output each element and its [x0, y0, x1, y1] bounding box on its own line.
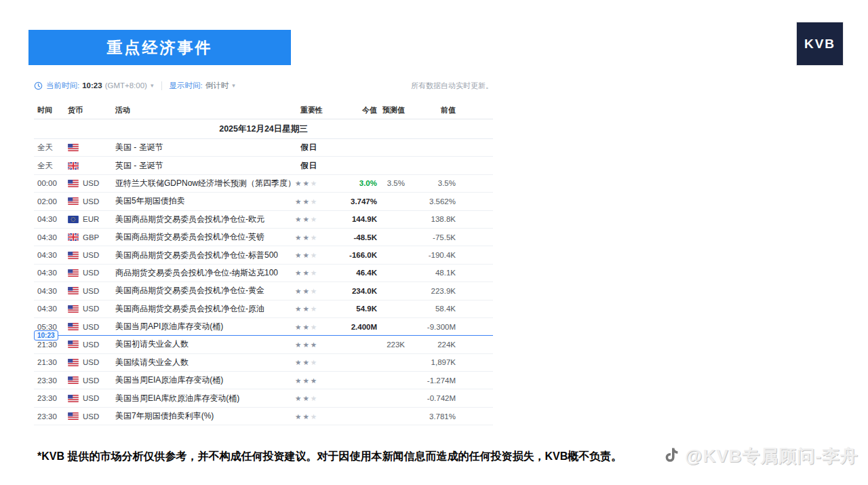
- event-activity-text: 美国当周EIA原油库存变动(桶): [115, 375, 223, 385]
- currency-code: USD: [83, 269, 115, 277]
- event-activity-text: 英国 - 圣诞节: [115, 161, 163, 170]
- actual-value: 144.9K: [342, 215, 377, 223]
- star-filled-icon: ★: [302, 287, 310, 295]
- date-header-row: 2025年12月24日星期三: [34, 119, 493, 139]
- flag-us-icon: [68, 359, 83, 366]
- event-activity: 美国5年期国债拍卖: [115, 195, 295, 207]
- previous-value: 3.562%: [405, 197, 456, 206]
- table-row[interactable]: 04:30 USD 美国商品期货交易委员会投机净仓位-标普500 ★★★ -16…: [34, 246, 493, 264]
- importance-stars: ★★★: [295, 233, 342, 241]
- table-row[interactable]: 05:30 USD 美国当周API原油库存变动(桶) ★★★ 2.400M -9…: [34, 318, 493, 336]
- table-row[interactable]: 04:30 USD 美国商品期货交易委员会投机净仓位-黄金 ★★★ 234.0K…: [34, 282, 493, 300]
- table-row[interactable]: 04:30 USD 美国商品期货交易委员会投机净仓位-原油 ★★★ 54.9K …: [34, 300, 493, 318]
- star-filled-icon: ★: [302, 394, 310, 402]
- flag-eu-icon: [68, 216, 83, 223]
- event-time: 全天: [34, 161, 68, 171]
- display-time-value: 倒计时: [205, 81, 229, 91]
- event-activity: 美国商品期货交易委员会投机净仓位-欧元: [115, 214, 295, 225]
- event-activity: 亚特兰大联储GDPNow经济增长预测（第四季度）P: [115, 178, 295, 189]
- event-activity-text: 美国初请失业金人数: [115, 339, 189, 349]
- event-activity: 美国商品期货交易委员会投机净仓位-原油: [115, 303, 295, 315]
- star-filled-icon: ★: [295, 358, 302, 366]
- previous-value: -75.5K: [405, 233, 456, 241]
- importance-stars: ★★★: [295, 376, 342, 385]
- previous-value: 223.9K: [405, 287, 456, 295]
- currency-code: USD: [83, 323, 115, 331]
- table-row[interactable]: 全天 英国 - 圣诞节 假日: [34, 157, 493, 174]
- importance-stars: ★★★: [295, 341, 342, 349]
- star-filled-icon: ★: [302, 215, 310, 223]
- event-time: 04:30: [34, 233, 68, 241]
- event-activity: 商品期货交易委员会投机净仓位-纳斯达克100: [115, 267, 295, 279]
- previous-value: -1.274M: [405, 376, 456, 385]
- star-filled-icon: ★: [302, 323, 310, 331]
- table-row[interactable]: 04:30 GBP 美国商品期货交易委员会投机净仓位-英镑 ★★★ -48.5K…: [34, 229, 493, 246]
- economic-calendar-page: 重点经济事件 KVB 当前时间: 10:23 (GMT+8:00) ▾ 显示时间…: [0, 0, 868, 485]
- auto-update-note: 所有数据自动实时更新。: [411, 81, 493, 91]
- star-filled-icon: ★: [302, 179, 310, 187]
- display-time-chevron-down-icon[interactable]: ▾: [232, 82, 235, 89]
- event-activity-text: 美国7年期国债拍卖利率(%): [115, 411, 214, 421]
- table-row[interactable]: 04:30 USD 商品期货交易委员会投机净仓位-纳斯达克100 ★★★ 46.…: [34, 265, 493, 282]
- importance-stars: 假日: [295, 161, 342, 171]
- calendar-toolbar: 当前时间: 10:23 (GMT+8:00) ▾ 显示时间: 倒计时 ▾ 所有数…: [34, 79, 493, 92]
- event-activity-text: 美国商品期货交易委员会投机净仓位-原油: [115, 304, 264, 313]
- table-row[interactable]: 04:30 EUR 美国商品期货交易委员会投机净仓位-欧元 ★★★ 144.9K…: [34, 211, 493, 229]
- event-activity: 美国初请失业金人数: [115, 338, 295, 350]
- star-empty-icon: ★: [311, 179, 318, 187]
- table-header-row: 时间 货币 活动 重要性 今值 预测值 前值: [34, 101, 493, 119]
- page-title: 重点经济事件: [107, 37, 213, 58]
- star-filled-icon: ★: [302, 269, 310, 277]
- star-empty-icon: ★: [311, 197, 318, 206]
- importance-stars: ★★★: [295, 358, 342, 366]
- actual-value: 234.0K: [342, 287, 377, 295]
- holiday-status: 假日: [295, 143, 317, 151]
- table-row[interactable]: 23:30 USD 美国7年期国债拍卖利率(%) ★★★ 3.781%: [34, 408, 493, 425]
- importance-stars: ★★★: [295, 251, 342, 259]
- current-time-badge: 10:23: [34, 330, 58, 341]
- previous-value: 48.1K: [405, 269, 456, 277]
- event-activity-text: 亚特兰大联储GDPNow经济增长预测（第四季度）: [115, 178, 295, 188]
- header-forecast: 预测值: [377, 105, 405, 115]
- star-filled-icon: ★: [311, 341, 318, 349]
- flag-us-icon: [68, 180, 83, 187]
- flag-us-icon: [68, 144, 83, 151]
- flag-us-icon: [68, 412, 83, 420]
- table-row[interactable]: 23:30 USD 美国当周EIA库欣原油库存变动(桶) ★★★ -0.742M: [34, 389, 493, 407]
- table-row[interactable]: 全天 美国 - 圣诞节 假日: [34, 139, 493, 157]
- flag-us-icon: [68, 305, 83, 313]
- table-row[interactable]: 21:30 USD 美国初请失业金人数 ★★★ 223K 224K: [34, 336, 493, 353]
- kvb-logo: KVB: [797, 22, 843, 65]
- importance-stars: ★★★: [295, 179, 342, 187]
- event-time: 04:30: [34, 305, 68, 313]
- event-time: 全天: [34, 142, 68, 153]
- star-filled-icon: ★: [295, 233, 302, 241]
- star-empty-icon: ★: [311, 269, 318, 277]
- importance-stars: ★★★: [295, 287, 342, 295]
- star-empty-icon: ★: [311, 305, 318, 313]
- actual-value: 2.400M: [342, 323, 377, 331]
- event-activity: 美国商品期货交易委员会投机净仓位-英镑: [115, 231, 295, 243]
- timezone-chevron-down-icon[interactable]: ▾: [151, 82, 154, 89]
- toolbar-divider: [161, 81, 162, 90]
- currency-code: USD: [83, 358, 115, 366]
- table-row[interactable]: 02:00 USD 美国5年期国债拍卖 ★★★ 3.747% 3.562%: [34, 193, 493, 210]
- event-activity: 美国当周API原油库存变动(桶): [115, 321, 295, 332]
- flag-us-icon: [68, 252, 83, 259]
- event-activity-text: 美国商品期货交易委员会投机净仓位-欧元: [115, 214, 264, 224]
- event-activity-text: 美国5年期国债拍卖: [115, 196, 185, 206]
- star-filled-icon: ★: [295, 305, 302, 313]
- previous-value: 58.4K: [405, 305, 456, 313]
- event-time: 05:30: [34, 323, 68, 331]
- currency-code: USD: [83, 394, 115, 402]
- event-activity: 美国商品期货交易委员会投机净仓位-黄金: [115, 285, 295, 296]
- star-filled-icon: ★: [295, 215, 302, 223]
- star-empty-icon: ★: [311, 215, 318, 223]
- event-time: 02:00: [34, 197, 68, 206]
- event-activity-text: 美国商品期货交易委员会投机净仓位-标普500: [115, 250, 278, 260]
- table-row[interactable]: 00:00 USD 亚特兰大联储GDPNow经济增长预测（第四季度）P ★★★ …: [34, 175, 493, 193]
- previous-value: 3.5%: [405, 179, 456, 187]
- table-row[interactable]: 21:30 USD 美国续请失业金人数 ★★★ 1,897K: [34, 354, 493, 372]
- star-empty-icon: ★: [311, 323, 318, 331]
- table-row[interactable]: 23:30 USD 美国当周EIA原油库存变动(桶) ★★★ -1.274M: [34, 372, 493, 389]
